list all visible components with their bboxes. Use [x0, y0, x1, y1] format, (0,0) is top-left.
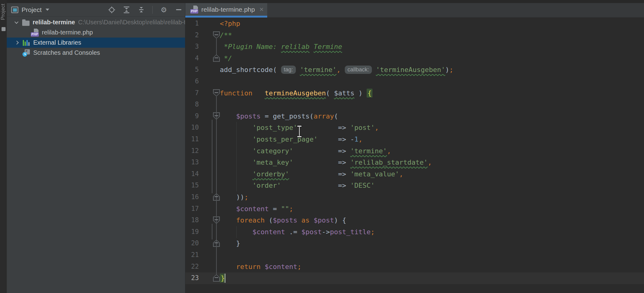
line-number: 12 — [185, 145, 199, 157]
code-line-3[interactable]: 3 *Plugin Name: relilab Termine — [185, 41, 644, 53]
fold-marker[interactable] — [213, 89, 220, 97]
text-caret — [225, 274, 225, 283]
close-tab-icon[interactable]: ✕ — [259, 6, 264, 13]
tree-row-external-libraries[interactable]: External Libraries — [7, 38, 185, 48]
editor-tab-bar: relilab-termine.php ✕ — [185, 3, 644, 18]
collapse-all-icon[interactable] — [123, 6, 130, 14]
line-number: 9 — [185, 110, 199, 122]
hide-panel-icon[interactable] — [175, 6, 182, 14]
ide-window: Project Project — [0, 0, 644, 293]
line-number: 17 — [185, 203, 199, 215]
tree-item-label: Scratches and Consoles — [33, 49, 100, 56]
line-number: 4 — [185, 53, 199, 64]
toolbar-separator — [152, 6, 153, 14]
project-panel-header: Project — [7, 3, 185, 17]
stripe-square-icon — [2, 27, 6, 31]
line-number: 19 — [185, 226, 199, 238]
fold-range-line — [212, 224, 212, 239]
chevron-down-icon[interactable] — [15, 20, 19, 24]
line-number: 5 — [185, 64, 199, 76]
line-number: 6 — [185, 76, 199, 87]
project-panel: Project — [7, 0, 185, 293]
code-line-7[interactable]: 7function termineAusgeben( $atts ) { — [185, 87, 644, 99]
tab-relilab-termine-php[interactable]: relilab-termine.php ✕ — [185, 3, 267, 16]
php-file-icon — [190, 6, 198, 14]
line-number: 23 — [185, 272, 199, 284]
line-number: 15 — [185, 180, 199, 191]
code-line-5[interactable]: 5add_shortcode( tag: 'termine', callback… — [185, 64, 644, 76]
line-number: 20 — [185, 238, 199, 249]
code-line-11[interactable]: 11 'posts_per_page' => -1, — [185, 134, 644, 145]
chevron-down-icon[interactable] — [45, 8, 50, 11]
window-top-strip — [0, 0, 644, 3]
line-number: 2 — [185, 30, 199, 41]
tree-item-label: External Libraries — [33, 39, 81, 46]
line-number: 11 — [185, 134, 199, 145]
fold-marker[interactable] — [213, 54, 220, 62]
fold-marker[interactable] — [213, 274, 220, 282]
code-line-14[interactable]: 14 'orderby' => 'meta_value', — [185, 168, 644, 180]
code-line-15[interactable]: 15 'order' => 'DESC' — [185, 180, 644, 191]
tree-item-path: C:\Users\Daniel\Desktop\relilab\relilab-… — [78, 19, 185, 26]
code-line-20[interactable]: 20 } — [185, 238, 644, 249]
line-number: 14 — [185, 168, 199, 180]
php-icon — [31, 29, 39, 37]
tree-row-scratches-and-consoles[interactable]: Scratches and Consoles — [7, 48, 185, 58]
fold-range-line — [212, 120, 212, 193]
project-panel-title[interactable]: Project — [22, 6, 42, 14]
libraries-icon — [22, 39, 30, 47]
code-line-19[interactable]: 19 $content .= $post->post_title; — [185, 226, 644, 238]
folder-icon — [22, 21, 30, 26]
line-number: 13 — [185, 157, 199, 168]
code-line-22[interactable]: 22 return $content; — [185, 261, 644, 273]
tool-window-bar: Project — [0, 0, 7, 293]
editor-area: relilab-termine.php ✕ 1<?php2/**3 *Plugi… — [185, 0, 644, 293]
fold-range-line — [216, 97, 217, 275]
tree-row-relilab-termine-php[interactable]: relilab-termine.php — [7, 27, 185, 38]
collapse-icon[interactable] — [138, 6, 145, 14]
panel-editor-splitter[interactable] — [185, 0, 185, 293]
line-number: 8 — [185, 99, 199, 110]
line-number: 18 — [185, 215, 199, 226]
line-number: 1 — [185, 18, 199, 30]
tree-row-relilab-termine[interactable]: relilab-termineC:\Users\Daniel\Desktop\r… — [7, 17, 185, 27]
code-line-1[interactable]: 1<?php — [185, 18, 644, 30]
project-tree: relilab-termineC:\Users\Daniel\Desktop\r… — [7, 17, 185, 58]
ibeam-mouse-cursor — [296, 125, 304, 138]
code-line-13[interactable]: 13 'meta_key' => 'relilab_startdate', — [185, 157, 644, 168]
line-number: 22 — [185, 261, 199, 273]
line-number: 21 — [185, 249, 199, 261]
code-line-12[interactable]: 12 'category' => 'termine', — [185, 145, 644, 157]
line-number: 3 — [185, 41, 199, 53]
fold-range-line — [216, 39, 217, 54]
code-line-16[interactable]: 16 )); — [185, 191, 644, 203]
code-line-4[interactable]: 4 */ — [185, 53, 644, 64]
code-line-2[interactable]: 2/** — [185, 30, 644, 41]
fold-marker[interactable] — [213, 31, 220, 39]
code-line-17[interactable]: 17 $content = ""; — [185, 203, 644, 215]
code-editor[interactable]: 1<?php2/**3 *Plugin Name: relilab Termin… — [185, 18, 644, 293]
code-line-23[interactable]: 23} — [185, 272, 644, 284]
tab-label: relilab-termine.php — [201, 6, 255, 13]
code-line-10[interactable]: 10 'post_type' => 'post', — [185, 122, 644, 134]
code-line-18[interactable]: 18 foreach ($posts as $post) { — [185, 215, 644, 226]
code-line-9[interactable]: 9 $posts = get_posts(array( — [185, 110, 644, 122]
line-number: 10 — [185, 122, 199, 134]
code-line-6[interactable]: 6 — [185, 76, 644, 87]
gear-icon[interactable]: ⚙ — [160, 6, 167, 14]
line-number: 16 — [185, 191, 199, 203]
project-stripe-button[interactable]: Project — [0, 4, 7, 47]
locate-file-icon[interactable] — [108, 6, 115, 14]
scratches-icon — [22, 49, 30, 57]
line-number: 7 — [185, 87, 199, 99]
code-line-8[interactable]: 8 — [185, 99, 644, 110]
chevron-right-icon[interactable] — [15, 41, 19, 45]
tree-item-label: relilab-termine.php — [42, 29, 93, 36]
code-line-21[interactable]: 21 — [185, 249, 644, 261]
project-tool-window-icon — [11, 6, 18, 14]
tree-item-label: relilab-termine — [33, 19, 75, 26]
